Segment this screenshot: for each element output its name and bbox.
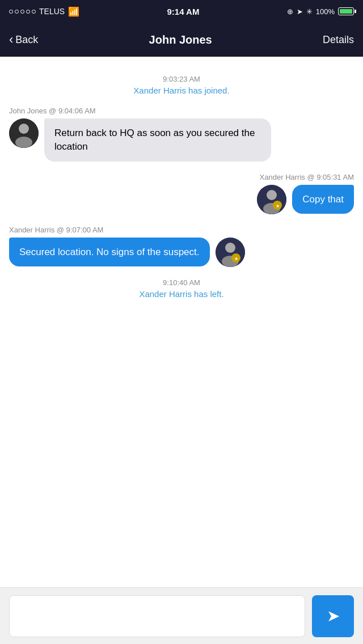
signal-dot-3 (20, 10, 24, 14)
system-message-joined: 9:03:23 AM Xander Harris has joined. (9, 75, 354, 95)
system-time-1: 9:03:23 AM (9, 75, 354, 83)
status-left: TELUS 📶 (9, 6, 79, 17)
send-icon: ➤ (327, 607, 340, 625)
message-row-john: John Jones @ 9:04:06 AM Return back to H… (9, 107, 354, 162)
signal-dots (9, 10, 36, 14)
bubble-xander-1: Copy that (292, 185, 354, 214)
svg-point-1 (19, 124, 29, 134)
wifi-icon: 📶 (68, 6, 79, 17)
status-bar: TELUS 📶 9:14 AM ⊕ ➤ ✳ 100% (0, 0, 363, 23)
battery-icon (338, 7, 354, 15)
svg-text:★: ★ (276, 204, 280, 209)
system-text-left: Xander Harris has left. (9, 289, 354, 299)
send-button[interactable]: ➤ (312, 595, 354, 637)
svg-point-9 (225, 243, 235, 253)
back-arrow-icon: ‹ (9, 32, 13, 47)
svg-point-2 (15, 137, 32, 148)
details-button[interactable]: Details (323, 34, 354, 46)
carrier-name: TELUS (39, 7, 65, 16)
nav-bar: ‹ Back John Jones Details (0, 23, 363, 57)
message-meta-xander-1: Xander Harris @ 9:05:31 AM (9, 173, 354, 181)
nav-title: John Jones (149, 33, 212, 46)
bubble-john: Return back to HQ as soon as you secured… (44, 118, 271, 162)
signal-dot-5 (32, 10, 36, 14)
message-bubble-john: Return back to HQ as soon as you secured… (9, 118, 354, 162)
system-text-joined: Xander Harris has joined. (9, 86, 354, 95)
message-bubble-xander-2: Secured location. No signs of the suspec… (9, 238, 354, 267)
system-time-2: 9:10:40 AM (9, 278, 354, 287)
back-label: Back (15, 34, 38, 46)
signal-dot-2 (15, 10, 19, 14)
svg-text:★: ★ (234, 256, 238, 261)
battery-fill (340, 9, 352, 14)
message-row-xander-1: Xander Harris @ 9:05:31 AM Copy that ★ (9, 173, 354, 214)
system-message-left: 9:10:40 AM Xander Harris has left. (9, 278, 354, 299)
avatar-john (9, 118, 39, 148)
bubble-xander-2: Secured location. No signs of the suspec… (9, 238, 210, 267)
message-bubble-xander-1: Copy that ★ (9, 185, 354, 214)
back-button[interactable]: ‹ Back (9, 32, 38, 47)
avatar-xander-2: ★ (216, 238, 245, 267)
message-meta-john: John Jones @ 9:04:06 AM (9, 107, 354, 115)
arrow-icon: ➤ (297, 7, 303, 16)
chat-area: 9:03:23 AM Xander Harris has joined. Joh… (0, 57, 363, 587)
location-icon: ⊕ (287, 7, 293, 16)
signal-dot-4 (26, 10, 30, 14)
message-input[interactable] (9, 595, 305, 637)
message-row-xander-2: Xander Harris @ 9:07:00 AM Secured locat… (9, 226, 354, 267)
avatar-xander-1: ★ (257, 185, 286, 214)
signal-dot-1 (9, 10, 13, 14)
status-time: 9:14 AM (167, 7, 199, 16)
input-area: ➤ (0, 587, 363, 644)
status-right: ⊕ ➤ ✳ 100% (287, 7, 354, 16)
svg-point-4 (267, 190, 277, 200)
message-meta-xander-2: Xander Harris @ 9:07:00 AM (9, 226, 354, 234)
bluetooth-icon: ✳ (306, 7, 313, 16)
battery-percent: 100% (316, 7, 335, 16)
